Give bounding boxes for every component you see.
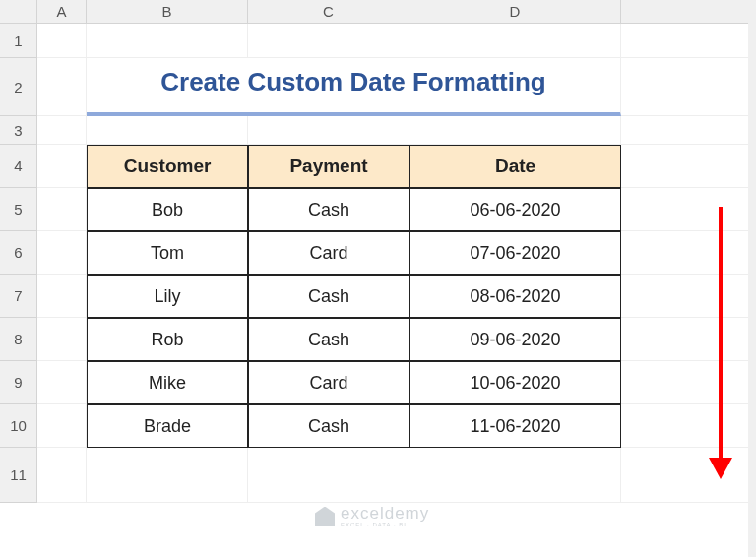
table-row[interactable]: 11-06-2020 bbox=[410, 404, 621, 448]
table-row[interactable]: Mike bbox=[87, 361, 248, 404]
cell-e2[interactable] bbox=[621, 58, 756, 116]
cell-a3[interactable] bbox=[37, 116, 87, 145]
cell-e6[interactable] bbox=[621, 231, 756, 275]
cell-a6[interactable] bbox=[37, 231, 87, 275]
row-header-5[interactable]: 5 bbox=[0, 188, 37, 231]
table-row[interactable]: 07-06-2020 bbox=[410, 231, 621, 275]
table-row[interactable]: Card bbox=[248, 361, 410, 404]
cell-e10[interactable] bbox=[621, 404, 756, 448]
cell-a4[interactable] bbox=[37, 145, 87, 188]
cell-d1[interactable] bbox=[410, 24, 621, 58]
row-header-1[interactable]: 1 bbox=[0, 24, 37, 58]
cell-c11[interactable] bbox=[248, 448, 410, 503]
table-row[interactable]: Cash bbox=[248, 404, 410, 448]
cell-e1[interactable] bbox=[621, 24, 756, 58]
col-header-blank bbox=[621, 0, 756, 24]
row-header-7[interactable]: 7 bbox=[0, 275, 37, 318]
cell-a10[interactable] bbox=[37, 404, 87, 448]
table-row[interactable]: 09-06-2020 bbox=[410, 318, 621, 361]
table-header-customer[interactable]: Customer bbox=[87, 145, 248, 188]
table-row[interactable]: Lily bbox=[87, 275, 248, 318]
spreadsheet-grid: A B C D 1 2 Create Custom Date Formattin… bbox=[0, 0, 756, 503]
table-row[interactable]: Card bbox=[248, 231, 410, 275]
watermark-logo-icon bbox=[315, 507, 335, 526]
watermark-text: exceldemy bbox=[341, 505, 429, 522]
cell-a2[interactable] bbox=[37, 58, 87, 116]
cell-a8[interactable] bbox=[37, 318, 87, 361]
cell-d3[interactable] bbox=[410, 116, 621, 145]
row-header-10[interactable]: 10 bbox=[0, 404, 37, 448]
table-row[interactable]: 10-06-2020 bbox=[410, 361, 621, 404]
table-row[interactable]: Cash bbox=[248, 188, 410, 231]
cell-b11[interactable] bbox=[87, 448, 248, 503]
cell-a11[interactable] bbox=[37, 448, 87, 503]
scrollbar-vertical[interactable] bbox=[748, 0, 756, 557]
table-row[interactable]: Brade bbox=[87, 404, 248, 448]
cell-e11[interactable] bbox=[621, 448, 756, 503]
row-header-6[interactable]: 6 bbox=[0, 231, 37, 275]
row-header-9[interactable]: 9 bbox=[0, 361, 37, 404]
col-header-a[interactable]: A bbox=[37, 0, 87, 24]
row-header-8[interactable]: 8 bbox=[0, 318, 37, 361]
table-row[interactable]: Bob bbox=[87, 188, 248, 231]
cell-a5[interactable] bbox=[37, 188, 87, 231]
annotation-arrow-icon bbox=[719, 207, 723, 463]
row-header-4[interactable]: 4 bbox=[0, 145, 37, 188]
select-all-corner[interactable] bbox=[0, 0, 37, 24]
cell-e8[interactable] bbox=[621, 318, 756, 361]
annotation-arrowhead-icon bbox=[709, 458, 732, 479]
row-header-11[interactable]: 11 bbox=[0, 448, 37, 503]
row-header-2[interactable]: 2 bbox=[0, 58, 37, 116]
cell-e3[interactable] bbox=[621, 116, 756, 145]
table-header-payment[interactable]: Payment bbox=[248, 145, 410, 188]
col-header-b[interactable]: B bbox=[87, 0, 248, 24]
table-row[interactable]: 08-06-2020 bbox=[410, 275, 621, 318]
table-row[interactable]: Tom bbox=[87, 231, 248, 275]
cell-e5[interactable] bbox=[621, 188, 756, 231]
table-row[interactable]: Rob bbox=[87, 318, 248, 361]
table-row[interactable]: 06-06-2020 bbox=[410, 188, 621, 231]
cell-a1[interactable] bbox=[37, 24, 87, 58]
cell-e9[interactable] bbox=[621, 361, 756, 404]
cell-c3[interactable] bbox=[248, 116, 410, 145]
page-title: Create Custom Date Formatting bbox=[87, 58, 621, 116]
row-header-3[interactable]: 3 bbox=[0, 116, 37, 145]
cell-e7[interactable] bbox=[621, 275, 756, 318]
cell-c1[interactable] bbox=[248, 24, 410, 58]
cell-e4[interactable] bbox=[621, 145, 756, 188]
cell-a7[interactable] bbox=[37, 275, 87, 318]
table-row[interactable]: Cash bbox=[248, 318, 410, 361]
watermark: exceldemy EXCEL · DATA · BI bbox=[315, 505, 429, 527]
cell-b3[interactable] bbox=[87, 116, 248, 145]
col-header-c[interactable]: C bbox=[248, 0, 410, 24]
cell-d11[interactable] bbox=[410, 448, 621, 503]
cell-b1[interactable] bbox=[87, 24, 248, 58]
col-header-d[interactable]: D bbox=[410, 0, 621, 24]
cell-a9[interactable] bbox=[37, 361, 87, 404]
table-header-date[interactable]: Date bbox=[410, 145, 621, 188]
table-row[interactable]: Cash bbox=[248, 275, 410, 318]
